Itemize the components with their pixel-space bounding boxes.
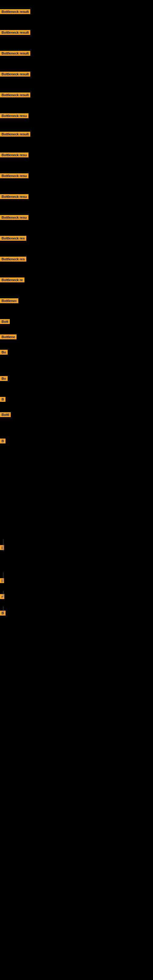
bottleneck-label-25: r: [0, 594, 4, 599]
vertical-line-1: [3, 573, 3, 582]
bottleneck-label-3: Bottleneck result: [0, 51, 30, 56]
bottleneck-label-23: |: [0, 545, 4, 550]
vertical-line-0: [3, 539, 3, 551]
bottleneck-label-6: Bottleneck resu: [0, 113, 29, 118]
bottleneck-label-13: Bottleneck res: [0, 257, 26, 261]
bottleneck-label-9: Bottleneck resu: [0, 173, 29, 178]
bottleneck-label-16: Bott: [0, 319, 10, 324]
bottleneck-label-8: Bottleneck resu: [0, 153, 29, 158]
bottleneck-label-26: B: [0, 611, 5, 616]
bottleneck-label-19: Bo: [0, 376, 8, 381]
bottleneck-label-18: Bo: [0, 350, 8, 355]
bottleneck-label-14: Bottleneck re: [0, 277, 24, 282]
bottleneck-label-24: |: [0, 578, 4, 583]
bottleneck-label-11: Bottleneck resu: [0, 215, 29, 220]
bottleneck-label-21: Bottl: [0, 412, 11, 417]
bottleneck-label-15: Bottlenec: [0, 298, 18, 303]
bottleneck-label-20: B: [0, 397, 5, 402]
bottleneck-label-7: Bottleneck result: [0, 132, 30, 137]
bottleneck-label-22: B: [0, 439, 5, 444]
bottleneck-label-2: Bottleneck result: [0, 30, 30, 35]
bottleneck-label-5: Bottleneck result: [0, 92, 30, 97]
bottleneck-label-4: Bottleneck result: [0, 72, 30, 76]
bottleneck-label-12: Bottleneck res: [0, 236, 26, 241]
bottleneck-label-10: Bottleneck resu: [0, 194, 29, 199]
vertical-line-3: [3, 606, 3, 612]
bottleneck-label-17: Bottlene: [0, 334, 16, 339]
bottleneck-label-1: Bottleneck result: [0, 9, 30, 14]
vertical-line-2: [3, 591, 3, 597]
